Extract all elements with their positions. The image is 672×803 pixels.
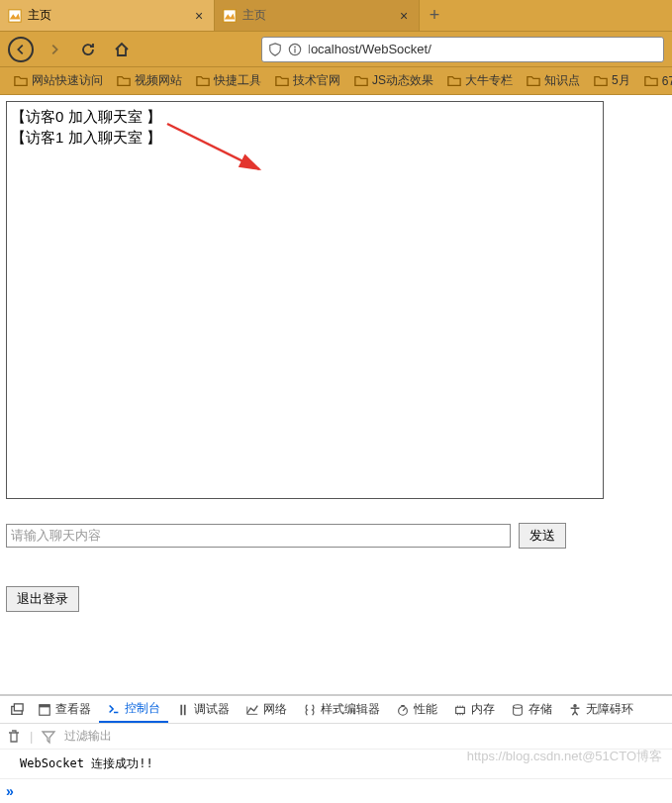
folder-icon xyxy=(594,74,608,88)
svg-rect-0 xyxy=(9,9,21,21)
bookmark-bar: 网站快速访问 视频网站 快捷工具 技术官网 JS动态效果 大牛专栏 知识点 5月… xyxy=(0,67,672,95)
devtools-popup-button[interactable] xyxy=(4,696,30,723)
style-icon xyxy=(303,703,317,717)
memory-icon xyxy=(453,703,467,717)
url-bar[interactable]: localhost/WebSocket/ xyxy=(261,37,664,62)
devtools-tab-debugger[interactable]: 调试器 xyxy=(168,696,238,723)
devtools-tab-performance[interactable]: 性能 xyxy=(388,696,445,723)
devtools-tab-storage[interactable]: 存储 xyxy=(503,696,560,723)
close-icon[interactable]: × xyxy=(397,9,411,23)
tab-label: 网络 xyxy=(263,701,287,718)
folder-icon xyxy=(447,74,461,88)
bookmark-item[interactable]: 知识点 xyxy=(521,70,586,91)
devtools-tab-console[interactable]: 控制台 xyxy=(99,696,168,723)
folder-icon xyxy=(644,74,658,88)
bookmark-label: 网站快速访问 xyxy=(32,72,103,89)
bookmark-item[interactable]: 视频网站 xyxy=(111,70,188,91)
browser-nav-bar: localhost/WebSocket/ xyxy=(0,32,672,67)
folder-icon xyxy=(117,74,131,88)
page-favicon-icon xyxy=(8,9,22,23)
devtools-tab-inspector[interactable]: 查看器 xyxy=(30,696,99,723)
devtools-tab-style[interactable]: 样式编辑器 xyxy=(295,696,388,723)
bookmark-item[interactable]: 技术官网 xyxy=(269,70,346,91)
folder-icon xyxy=(275,74,289,88)
debugger-icon xyxy=(176,703,190,717)
browser-tab-active[interactable]: 主页 × xyxy=(0,0,215,31)
svg-point-3 xyxy=(294,46,296,48)
bookmark-item[interactable]: 67 xyxy=(638,72,672,90)
console-toolbar: | 过滤输出 xyxy=(0,724,672,750)
devtools-tab-memory[interactable]: 内存 xyxy=(445,696,503,723)
svg-rect-10 xyxy=(180,704,182,715)
url-text: localhost/WebSocket/ xyxy=(308,42,657,56)
devtools-tab-accessibility[interactable]: 无障碍环 xyxy=(560,696,641,723)
chat-messages-box: 【访客0 加入聊天室 】 【访客1 加入聊天室 】 xyxy=(6,101,604,499)
svg-rect-9 xyxy=(40,704,50,707)
arrow-annotation-icon xyxy=(165,120,274,179)
console-prompt[interactable]: » xyxy=(0,778,672,803)
console-log-line: WebSocket 连接成功!! xyxy=(10,753,662,774)
performance-icon xyxy=(396,703,410,717)
bookmark-label: 5月 xyxy=(612,72,630,89)
console-output: WebSocket 连接成功!! xyxy=(0,750,672,778)
tab-label: 性能 xyxy=(414,701,437,718)
logout-row: 退出登录 xyxy=(6,586,666,612)
chat-input[interactable]: 请输入聊天内容 xyxy=(6,524,511,548)
tab-label: 内存 xyxy=(471,701,495,718)
folder-icon xyxy=(14,74,28,88)
storage-icon xyxy=(511,703,525,717)
bookmark-item[interactable]: JS动态效果 xyxy=(348,70,439,91)
trash-icon[interactable] xyxy=(6,729,22,745)
send-button[interactable]: 发送 xyxy=(519,523,566,549)
browser-tab-inactive[interactable]: 主页 × xyxy=(215,0,420,31)
network-icon xyxy=(245,703,259,717)
devtools-tabs: 查看器 控制台 调试器 网络 样式编辑器 性能 内存 存储 无障碍环 xyxy=(0,696,672,724)
close-icon[interactable]: × xyxy=(192,9,206,23)
bookmark-label: 视频网站 xyxy=(135,72,182,89)
accessibility-icon xyxy=(568,703,582,717)
devtools-panel: 查看器 控制台 调试器 网络 样式编辑器 性能 内存 存储 无障碍环 | 过滤输… xyxy=(0,694,672,803)
bookmark-label: 67 xyxy=(662,74,672,88)
reload-button[interactable] xyxy=(75,37,101,62)
tab-title: 主页 xyxy=(28,7,186,24)
svg-rect-7 xyxy=(14,703,23,710)
svg-rect-11 xyxy=(184,704,186,715)
info-icon[interactable] xyxy=(288,43,302,56)
bookmark-item[interactable]: 大牛专栏 xyxy=(441,70,519,91)
back-button[interactable] xyxy=(8,37,34,62)
console-icon xyxy=(107,702,121,716)
tab-label: 调试器 xyxy=(194,701,230,718)
bookmark-label: JS动态效果 xyxy=(372,72,433,89)
folder-icon xyxy=(354,74,368,88)
page-favicon-icon xyxy=(223,9,237,23)
bookmark-label: 大牛专栏 xyxy=(465,72,513,89)
home-button[interactable] xyxy=(109,37,135,62)
bookmark-item[interactable]: 网站快速访问 xyxy=(8,70,109,91)
svg-rect-4 xyxy=(294,49,295,52)
browser-tab-bar: 主页 × 主页 × + xyxy=(0,0,672,32)
filter-icon[interactable] xyxy=(41,729,56,745)
filter-input[interactable]: 过滤输出 xyxy=(64,728,112,745)
svg-rect-13 xyxy=(456,707,465,713)
tab-title: 主页 xyxy=(242,7,391,24)
svg-point-14 xyxy=(514,704,523,708)
folder-icon xyxy=(527,74,540,88)
devtools-tab-network[interactable]: 网络 xyxy=(238,696,295,723)
tab-label: 查看器 xyxy=(55,701,91,718)
bookmark-item[interactable]: 快捷工具 xyxy=(190,70,267,91)
tab-label: 样式编辑器 xyxy=(321,701,380,718)
bookmark-item[interactable]: 5月 xyxy=(588,70,636,91)
inspector-icon xyxy=(38,703,51,717)
chat-message: 【访客0 加入聊天室 】 xyxy=(11,106,599,127)
svg-point-15 xyxy=(573,703,577,707)
page-content: 【访客0 加入聊天室 】 【访客1 加入聊天室 】 请输入聊天内容 发送 退出登… xyxy=(0,95,672,665)
folder-icon xyxy=(196,74,210,88)
chat-message: 【访客1 加入聊天室 】 xyxy=(11,127,599,148)
forward-button xyxy=(42,37,67,62)
tab-label: 无障碍环 xyxy=(586,701,633,718)
bookmark-label: 知识点 xyxy=(544,72,580,89)
bookmark-label: 技术官网 xyxy=(293,72,340,89)
new-tab-button[interactable]: + xyxy=(420,0,449,31)
shield-icon[interactable] xyxy=(268,43,282,56)
logout-button[interactable]: 退出登录 xyxy=(6,586,79,612)
